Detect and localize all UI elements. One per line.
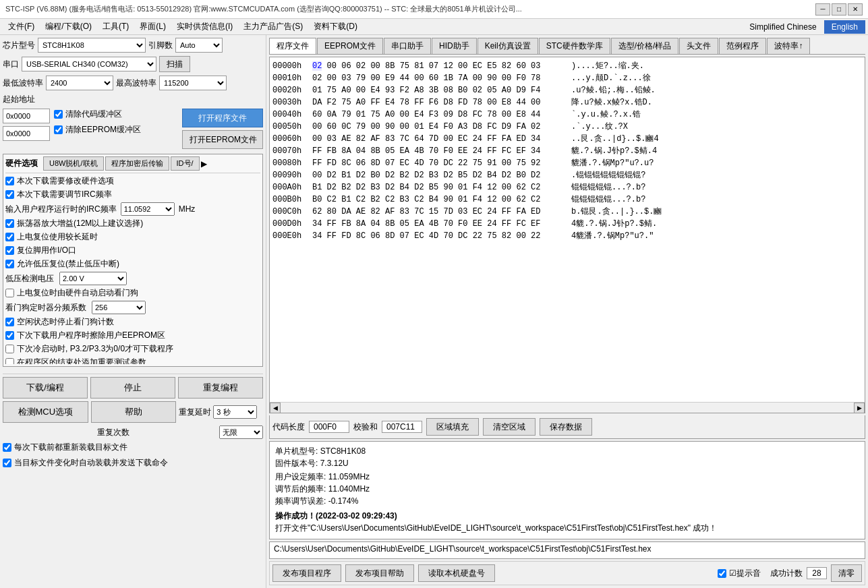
- reload-check[interactable]: [3, 443, 11, 452]
- hw-opt-6: 允许低压复位(禁止低压中断): [5, 258, 260, 270]
- reload-label: 每次下载前都重新装载目标文件: [14, 442, 127, 453]
- hw-check-5[interactable]: [5, 246, 14, 255]
- help-button[interactable]: 帮助: [91, 401, 177, 423]
- publish-btn[interactable]: 发布项目程序: [272, 564, 341, 582]
- scan-button[interactable]: 扫描: [159, 56, 190, 72]
- check-mcu-button[interactable]: 检测MCU选项: [3, 401, 88, 423]
- menu-download[interactable]: 资料下载(D): [308, 20, 363, 34]
- fill-area-button[interactable]: 区域填充: [426, 418, 479, 436]
- close-button[interactable]: ✕: [848, 3, 863, 16]
- hw-volt-select[interactable]: 2.00 V: [59, 272, 127, 285]
- stop-button[interactable]: 停止: [90, 377, 175, 399]
- hw-check-3[interactable]: [5, 219, 14, 228]
- adjusted-freq-label: 调节后的频率:: [275, 484, 326, 494]
- hex-row-7: 00070h FF FB 8A 04 8B 05 EA 4B 70 F0 EE …: [272, 145, 862, 157]
- hw-tab2[interactable]: 程序加密后传输: [105, 156, 169, 171]
- clear-code-check[interactable]: [54, 110, 63, 119]
- pin-label: 引脚数: [148, 40, 173, 51]
- lang-tab-english[interactable]: English: [824, 20, 865, 34]
- minimize-button[interactable]: ─: [815, 3, 830, 16]
- download-button[interactable]: 下载/编程: [3, 377, 88, 399]
- hw-check-12[interactable]: [5, 345, 14, 353]
- port-select[interactable]: USB-SERIAL CH340 (COM32): [22, 57, 156, 71]
- hscroll-right[interactable]: ▶: [854, 403, 865, 413]
- hex-row-13: 000D0h 34 FF FB 8A 04 8B 05 EA 4B 70 F0 …: [272, 218, 862, 230]
- chip-select[interactable]: STC8H1K08: [38, 38, 146, 53]
- tab-hid[interactable]: HID助手: [432, 38, 477, 54]
- hw-check-10[interactable]: [5, 318, 14, 326]
- btn-row-1: 下载/编程 停止 重复编程: [3, 377, 263, 399]
- success-msg: 操作成功！(2022-03-02 09:29:43): [275, 510, 859, 521]
- hex-hscroll[interactable]: ◀ ▶: [270, 402, 865, 413]
- checksum-label: 校验和: [353, 421, 378, 433]
- lang-tab-chinese[interactable]: Simplified Chinese: [742, 20, 823, 34]
- tab-keil[interactable]: Keil仿真设置: [478, 38, 538, 54]
- hw-check-8[interactable]: [5, 289, 14, 297]
- hex-content: 00000h 02 00 06 02 00 8B 75 81 07 12 00 …: [270, 57, 865, 402]
- hscroll-left[interactable]: ◀: [270, 403, 281, 413]
- clear-count-btn[interactable]: 清零: [831, 564, 862, 582]
- publish-help-btn[interactable]: 发布项目帮助: [345, 564, 414, 582]
- hw-wdt-select[interactable]: 256: [92, 301, 146, 314]
- hex-row-4: 00040h 60 0A 79 01 75 A0 00 E4 F3 09 D8 …: [272, 109, 862, 121]
- start-addr-label: 起始地址: [3, 94, 35, 105]
- tab-eeprom[interactable]: EEPROM文件: [317, 38, 383, 54]
- clear-code-row: 清除代码缓冲区: [54, 109, 141, 120]
- hw-check-0[interactable]: [5, 177, 14, 185]
- hw-label-7: 低压检测电压: [5, 273, 54, 285]
- tab-hwmath[interactable]: STC硬件数学库: [539, 38, 610, 54]
- hw-options-label: 硬件选项: [5, 158, 38, 169]
- hw-check-13[interactable]: [5, 358, 14, 364]
- menu-interface[interactable]: 界面(L): [134, 20, 171, 34]
- menu-realtime[interactable]: 实时供货信息(I): [171, 20, 238, 34]
- repeat-select[interactable]: 无限: [219, 425, 263, 439]
- hw-check-11[interactable]: [5, 331, 14, 340]
- menu-program[interactable]: 编程/下载(O): [40, 20, 97, 34]
- clear-area-button[interactable]: 清空区域: [483, 418, 536, 436]
- hw-label-5: 复位脚用作I/O口: [17, 245, 76, 256]
- hw-opt-0: 本次下载需要修改硬件选项: [5, 175, 260, 187]
- min-baud-select[interactable]: 2400: [46, 76, 113, 90]
- tab-baud[interactable]: 波特率↑: [767, 38, 810, 54]
- hw-label-4: 上电复位使用较长延时: [17, 231, 98, 243]
- max-baud-select[interactable]: 115200: [159, 76, 227, 90]
- user-freq-value: 11.059MHz: [328, 472, 370, 481]
- auto-load-check[interactable]: [3, 459, 11, 467]
- btn-row-3: 重复次数 无限: [3, 425, 263, 439]
- hw-opt-12: 下次冷启动时, P3.2/P3.3为0/0才可下载程序: [5, 343, 260, 355]
- code-len-label: 代码长度: [272, 421, 305, 433]
- tab-headers[interactable]: 头文件: [679, 38, 718, 54]
- adjusted-freq-value: 11.040MHz: [328, 484, 370, 494]
- hw-irc-select[interactable]: 11.0592: [121, 202, 175, 216]
- repeat-button[interactable]: 重复编程: [178, 377, 263, 399]
- delay-select[interactable]: 3 秒: [213, 405, 257, 419]
- open-eeprom-button[interactable]: 打开EEPROM文件: [182, 130, 263, 149]
- open-prog-button[interactable]: 打开程序文件: [182, 109, 263, 127]
- action-bar: 发布项目程序 发布项目帮助 读取本机硬盘号 ☑提示音 成功计数 28 清零: [269, 561, 865, 585]
- read-id-btn[interactable]: 读取本机硬盘号: [418, 564, 495, 582]
- tab-select[interactable]: 选型/价格/样品: [611, 38, 679, 54]
- code-addr-input[interactable]: [3, 109, 50, 123]
- menu-tools[interactable]: 工具(T): [97, 20, 134, 34]
- eeprom-addr-input[interactable]: [3, 126, 50, 141]
- save-data-button[interactable]: 保存数据: [540, 418, 592, 436]
- hex-row-12: 000C0h 62 80 DA AE 82 AF 83 7C 15 7D 03 …: [272, 206, 862, 218]
- hw-tab1[interactable]: U8W脱机/联机: [43, 156, 104, 171]
- menu-file[interactable]: 文件(F): [3, 20, 40, 34]
- freq-error-label: 频率调节误差:: [275, 496, 326, 506]
- hw-tab3[interactable]: ID号/: [171, 156, 200, 171]
- maximize-button[interactable]: □: [832, 3, 846, 16]
- hw-check-6[interactable]: [5, 260, 14, 268]
- hw-check-4[interactable]: [5, 233, 14, 241]
- clear-eeprom-check[interactable]: [54, 125, 63, 134]
- pin-select[interactable]: Auto: [175, 38, 223, 53]
- remind-checkbox[interactable]: [718, 569, 726, 578]
- bottom-buttons: 下载/编程 停止 重复编程 检测MCU选项 帮助 重复延时 3 秒 重复次数: [3, 374, 263, 473]
- tab-prog-file[interactable]: 程序文件: [269, 38, 316, 54]
- menu-ads[interactable]: 主力产品广告(S): [238, 20, 308, 34]
- hw-opt-2: 输入用户程序运行时的IRC频率 11.0592 MHz: [5, 202, 260, 216]
- hw-check-1[interactable]: [5, 190, 14, 199]
- tab-serial[interactable]: 串口助手: [384, 38, 431, 54]
- tab-examples[interactable]: 范例程序: [719, 38, 766, 54]
- code-len-value: 000F0: [309, 421, 349, 433]
